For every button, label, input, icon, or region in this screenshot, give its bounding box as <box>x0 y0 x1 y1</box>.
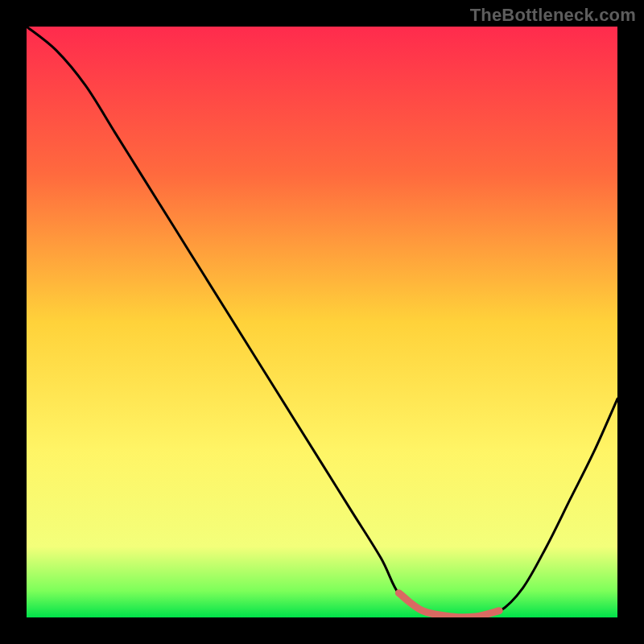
chart-frame: TheBottleneck.com <box>0 0 644 644</box>
watermark-label: TheBottleneck.com <box>470 5 636 26</box>
plot-area <box>27 27 617 617</box>
gradient-background <box>27 27 617 617</box>
bottleneck-chart <box>27 27 617 617</box>
